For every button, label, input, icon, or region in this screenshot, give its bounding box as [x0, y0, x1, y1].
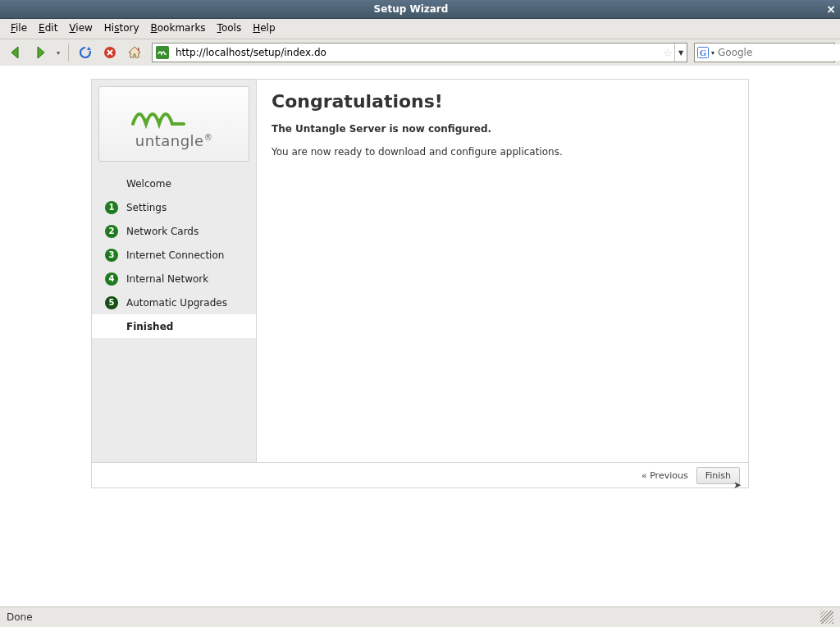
step-finished[interactable]: Finished: [92, 314, 256, 338]
menu-bar: File Edit View History Bookmarks Tools H…: [0, 19, 840, 39]
url-input[interactable]: [172, 44, 661, 61]
status-text: Done: [7, 611, 33, 623]
wizard-main: Congratulations! The Untangle Server is …: [257, 80, 748, 462]
finish-button[interactable]: Finish: [696, 467, 740, 484]
wizard-footer: « Previous Finish ➤: [92, 462, 748, 487]
untangle-logo: untangle®: [98, 86, 249, 162]
step-internet-connection[interactable]: 3Internet Connection: [92, 243, 256, 267]
nav-history-dropdown[interactable]: ▾: [54, 49, 62, 57]
status-bar: Done: [0, 606, 840, 627]
page-heading: Congratulations!: [272, 91, 733, 112]
brand-name: untangle: [135, 132, 204, 149]
home-button[interactable]: [124, 42, 145, 63]
menu-bookmarks[interactable]: Bookmarks: [145, 19, 212, 39]
reload-button[interactable]: [75, 42, 96, 63]
svg-rect-7: [138, 48, 139, 51]
svg-text:G: G: [700, 48, 707, 57]
window-close-button[interactable]: ×: [824, 2, 838, 16]
step-label: Internal Network: [126, 273, 208, 285]
step-network-cards[interactable]: 2Network Cards: [92, 219, 256, 243]
wizard-sidebar: untangle® Welcome 1Settings 2Network Car…: [92, 80, 257, 462]
address-bar: ☆ ▼: [152, 43, 687, 62]
step-welcome[interactable]: Welcome: [92, 172, 256, 195]
menu-tools[interactable]: Tools: [212, 19, 248, 39]
step-label: Welcome: [126, 178, 171, 190]
step-label: Internet Connection: [126, 249, 224, 261]
menu-help[interactable]: Help: [247, 19, 281, 39]
page-lead: The Untangle Server is now configured.: [272, 123, 733, 135]
previous-button[interactable]: « Previous: [641, 470, 688, 481]
menu-edit[interactable]: Edit: [33, 19, 63, 39]
forward-button[interactable]: [30, 42, 51, 63]
search-bar: G ▾: [694, 43, 835, 62]
step-label: Automatic Upgrades: [126, 297, 227, 309]
brand-mark: ®: [204, 133, 213, 142]
search-engine-icon[interactable]: G: [697, 47, 709, 58]
wizard-panel: untangle® Welcome 1Settings 2Network Car…: [91, 79, 749, 488]
step-settings[interactable]: 1Settings: [92, 195, 256, 219]
menu-view[interactable]: View: [63, 19, 98, 39]
site-favicon: [156, 46, 169, 59]
page-content: untangle® Welcome 1Settings 2Network Car…: [0, 66, 840, 604]
resize-grip-icon[interactable]: [820, 611, 833, 624]
url-dropdown[interactable]: ▼: [674, 43, 687, 62]
step-label: Network Cards: [126, 226, 199, 237]
back-button[interactable]: [5, 42, 26, 63]
step-label: Settings: [126, 202, 167, 213]
wizard-steps: Welcome 1Settings 2Network Cards 3Intern…: [92, 172, 256, 338]
step-internal-network[interactable]: 4Internal Network: [92, 267, 256, 291]
window-title: Setup Wizard: [0, 3, 822, 15]
page-body: You are now ready to download and config…: [272, 146, 733, 158]
menu-history[interactable]: History: [98, 19, 145, 39]
bookmark-star-icon[interactable]: ☆: [661, 47, 674, 59]
search-input[interactable]: [714, 44, 840, 61]
step-automatic-upgrades[interactable]: 5Automatic Upgrades: [92, 291, 256, 314]
svg-marker-0: [11, 47, 18, 58]
menu-file[interactable]: File: [5, 19, 33, 39]
separator: [68, 43, 69, 62]
navigation-toolbar: ▾ ☆ ▼ G ▾: [0, 39, 840, 66]
window-titlebar: Setup Wizard ×: [0, 0, 840, 19]
svg-marker-1: [38, 47, 44, 58]
stop-button[interactable]: [99, 42, 121, 63]
step-label: Finished: [126, 321, 173, 332]
svg-marker-2: [87, 47, 91, 50]
